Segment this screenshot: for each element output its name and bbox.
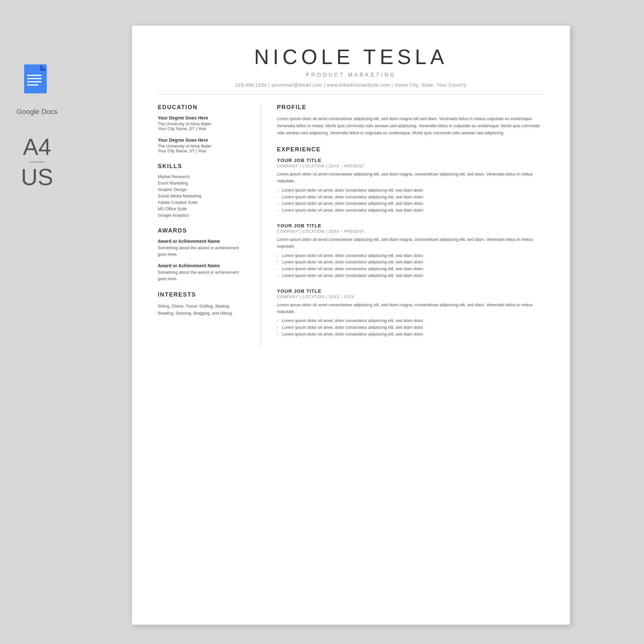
- skill-item: Event Marketing: [158, 181, 248, 185]
- skills-section-title: SKILLS: [158, 163, 248, 170]
- exp-meta-3: COMPANY | LOCATION | 20XX - 20XX: [277, 295, 544, 299]
- resume-body: EDUCATION Your Degree Goes Here The Univ…: [158, 104, 544, 347]
- exp-bullets-1: Lorem ipsum dolor sit amet, dolor consec…: [277, 187, 544, 214]
- exp-bullet-item: Lorem ipsum dolor sit amet, dolor consec…: [277, 266, 544, 272]
- resume-header: NICOLE TESLA PRODUCT MARKETING 123.456.1…: [158, 45, 544, 88]
- awards-section-title: AWARDS: [158, 227, 248, 234]
- award-entry-1: Award or Achievement Name Something abou…: [158, 239, 248, 257]
- exp-bullets-2: Lorem ipsum dolor sit amet, dolor consec…: [277, 252, 544, 279]
- exp-desc-3: Lorem ipsum dolor sit amet consectetuer …: [277, 302, 544, 315]
- exp-bullet-item: Lorem ipsum dolor sit amet, dolor consec…: [277, 187, 544, 194]
- skill-item: Graphic Design: [158, 187, 248, 192]
- exp-bullet-item: Lorem ipsum dolor sit amet, dolor consec…: [277, 252, 544, 259]
- edu-school-2: The University of Alma Mater: [158, 144, 248, 148]
- size-divider: [29, 162, 45, 162]
- right-column: PROFILE Lorem ipsum dolor sit amet conse…: [261, 104, 544, 347]
- exp-desc-1: Lorem ipsum dolor sit amet consectetuer …: [277, 171, 544, 185]
- experience-section-title: EXPERIENCE: [277, 146, 544, 153]
- exp-bullet-item: Lorem ipsum dolor sit amet, dolor consec…: [277, 259, 544, 266]
- skill-item: Market Research: [158, 174, 248, 179]
- skill-item: Adobe Creative Suite: [158, 200, 248, 205]
- svg-rect-2: [27, 75, 42, 76]
- skill-item: Google Analytics: [158, 213, 248, 218]
- award-name-2: Award or Achievement Name: [158, 263, 248, 268]
- exp-entry-1: YOUR JOB TITLECOMPANY | LOCATION | 20XX …: [277, 157, 544, 214]
- edu-entry-1: Your Degree Goes Here The University of …: [158, 115, 248, 131]
- edu-degree-1: Your Degree Goes Here: [158, 115, 248, 120]
- award-entry-2: Award or Achievement Name Something abou…: [158, 263, 248, 282]
- resume-title: PRODUCT MARKETING: [158, 72, 544, 78]
- exp-meta-1: COMPANY | LOCATION | 20XX - PRESENT: [277, 164, 544, 168]
- exp-entry-2: YOUR JOB TITLECOMPANY | LOCATION | 20XX …: [277, 223, 544, 279]
- sidebar: Google Docs A4 US: [0, 0, 74, 644]
- skill-item: Social Media Marketing: [158, 194, 248, 198]
- exp-desc-2: Lorem ipsum dolor sit amet consectetuer …: [277, 236, 544, 250]
- interests-section-title: INTERESTS: [158, 291, 248, 298]
- skill-item: MS Office Suite: [158, 206, 248, 211]
- skills-list: Market ResearchEvent MarketingGraphic De…: [158, 174, 248, 218]
- exp-entry-3: YOUR JOB TITLECOMPANY | LOCATION | 20XX …: [277, 288, 544, 338]
- resume-header-divider: [158, 94, 544, 94]
- exp-job-title-3: YOUR JOB TITLE: [277, 288, 544, 294]
- edu-location-1: Your City Name, ST | Year: [158, 126, 248, 131]
- google-docs-icon-container: [23, 64, 52, 101]
- exp-meta-2: COMPANY | LOCATION | 20XX - PRESENT: [277, 229, 544, 234]
- resume-name: NICOLE TESLA: [158, 45, 544, 69]
- resume-container: NICOLE TESLA PRODUCT MARKETING 123.456.1…: [74, 26, 628, 625]
- size-labels: A4 US: [21, 135, 53, 189]
- exp-bullet-item: Lorem ipsum dolor sit amet, dolor consec…: [277, 331, 544, 338]
- edu-entry-2: Your Degree Goes Here The University of …: [158, 137, 248, 153]
- profile-section-title: PROFILE: [277, 104, 544, 111]
- exp-bullet-item: Lorem ipsum dolor sit amet, dolor consec…: [277, 200, 544, 207]
- interests-text: Skiing, Chess, Travel, Golfing, Skating,…: [158, 303, 248, 317]
- exp-bullet-item: Lorem ipsum dolor sit amet, dolor consec…: [277, 317, 544, 324]
- exp-bullet-item: Lorem ipsum dolor sit amet, dolor consec…: [277, 272, 544, 279]
- size-us-label: US: [21, 166, 53, 189]
- exp-job-title-1: YOUR JOB TITLE: [277, 157, 544, 163]
- profile-text: Lorem ipsum dolor sit amet consectetuer …: [277, 115, 544, 137]
- left-column: EDUCATION Your Degree Goes Here The Univ…: [158, 104, 261, 347]
- exp-bullet-item: Lorem ipsum dolor sit amet, dolor consec…: [277, 194, 544, 201]
- exp-bullet-item: Lorem ipsum dolor sit amet, dolor consec…: [277, 324, 544, 331]
- size-a4-label: A4: [23, 135, 51, 158]
- google-docs-label: Google Docs: [16, 108, 57, 116]
- award-name-1: Award or Achievement Name: [158, 239, 248, 244]
- exp-bullets-3: Lorem ipsum dolor sit amet, dolor consec…: [277, 317, 544, 337]
- edu-degree-2: Your Degree Goes Here: [158, 137, 248, 143]
- edu-location-2: Your City Name, ST | Year: [158, 148, 248, 153]
- svg-rect-3: [27, 78, 42, 79]
- edu-school-1: The University of Alma Mater: [158, 121, 248, 126]
- award-desc-2: Something about the award or achievement…: [158, 269, 248, 282]
- exp-job-title-2: YOUR JOB TITLE: [277, 223, 544, 228]
- education-section-title: EDUCATION: [158, 104, 248, 111]
- experience-entries: YOUR JOB TITLECOMPANY | LOCATION | 20XX …: [277, 157, 544, 338]
- award-desc-1: Something about the award or achievement…: [158, 245, 248, 257]
- exp-bullet-item: Lorem ipsum dolor sit amet, dolor consec…: [277, 207, 544, 214]
- svg-rect-5: [27, 84, 38, 86]
- google-docs-icon: [23, 64, 52, 100]
- resume-paper: NICOLE TESLA PRODUCT MARKETING 123.456.1…: [132, 26, 570, 625]
- resume-contact: 123.456.1234 | youremail@email.com | www…: [158, 82, 544, 88]
- svg-rect-4: [27, 81, 42, 82]
